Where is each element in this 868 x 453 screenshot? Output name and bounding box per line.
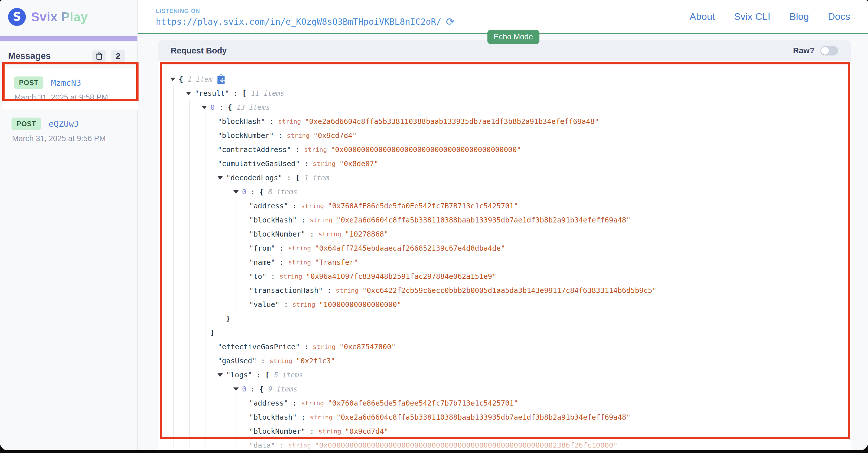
app-title: Svix Play [31,10,88,24]
svix-logo-icon: S [8,8,26,26]
json-leaf-row: "blockHash" : string "0xe2a6d6604c8ffa5b… [218,114,851,128]
main-area: LISTENING ON https://play.svix.com/in/e_… [138,0,868,450]
json-expandable-row[interactable]: "logs" : [5 items [218,368,851,382]
json-leaf-row: "cumulativeGasUsed" : string "0x8de07" [218,157,851,171]
nav-link-blog[interactable]: Blog [789,11,809,22]
svix-play-window: S Svix Play Messages 2 POSTMzmcN3March 3… [0,0,868,450]
json-leaf-row: "data" : string "0x000000000000000000000… [249,439,851,450]
raw-toggle-knob [821,47,829,55]
json-expandable-row[interactable]: {1 item [170,72,851,86]
message-list: POSTMzmcN3March 31, 2025 at 9:58 PMPOSTe… [0,68,137,151]
json-leaf-row: "blockHash" : string "0xe2a6d6604c8ffa5b… [249,213,851,227]
nav-link-about[interactable]: About [689,11,715,22]
collapse-triangle-icon[interactable] [234,190,239,194]
nav-link-svix-cli[interactable]: Svix CLI [734,11,771,22]
json-leaf-row: "to" : string "0x96a41097fc839448b2591fa… [249,269,851,283]
json-leaf-row: "blockNumber" : string "0x9cd7d4" [218,128,851,143]
messages-title: Messages [8,51,87,61]
json-leaf-row: "from" : string "0x64aff7245ebdaaecaf266… [249,241,851,255]
json-leaf-row: "effectiveGasPrice" : string "0xe8754700… [218,340,851,354]
raw-toggle-label: Raw? [793,46,814,55]
json-expandable-row[interactable]: 0 : {9 items [234,382,851,396]
request-body-panel: Request Body Raw? {1 item"result" : [11 … [158,40,851,450]
collapse-triangle-icon[interactable] [186,92,191,95]
svix-logo-letter: S [13,10,21,23]
method-badge: POST [14,77,43,89]
json-leaf-row: "transactionHash" : string "0xc6422f2cb5… [249,283,851,298]
app-logo[interactable]: S Svix Play [0,0,137,36]
raw-toggle[interactable] [820,46,838,56]
top-bar: LISTENING ON https://play.svix.com/in/e_… [138,0,868,34]
echo-mode-badge: Echo Mode [488,30,539,44]
listening-on-label: LISTENING ON [156,8,455,14]
sidebar-accent-bar [0,36,137,41]
sidebar: S Svix Play Messages 2 POSTMzmcN3March 3… [0,0,138,450]
json-leaf-row: "blockNumber" : string "0x9cd7d4" [249,424,851,439]
json-leaf-row: "value" : string "10000000000000000" [249,298,851,311]
collapse-triangle-icon[interactable] [234,388,239,391]
collapse-triangle-icon[interactable] [202,106,207,109]
message-id[interactable]: eQZUwJ [49,119,79,129]
nav-link-docs[interactable]: Docs [828,11,850,22]
refresh-icon[interactable]: ⟳ [446,17,455,27]
collapse-triangle-icon[interactable] [218,373,223,377]
message-date: March 31, 2025 at 9:58 PM [14,93,138,102]
collapse-triangle-icon[interactable] [218,176,223,180]
method-badge: POST [11,118,41,130]
message-count-badge: 2 [111,50,125,62]
message-date: March 31, 2025 at 9:56 PM [12,134,137,143]
json-closing-bracket: ] [210,326,851,340]
json-leaf-row: "address" : string "0x760AfE86e5de5fa0Ee… [249,199,851,213]
request-body-content: {1 item"result" : [11 items0 : {13 items… [158,61,851,450]
message-count: 2 [116,52,120,61]
top-nav: AboutSvix CLIBlogDocs [689,11,850,22]
json-tree: {1 item"result" : [11 items0 : {13 items… [158,61,851,450]
collapse-triangle-icon[interactable] [170,78,175,81]
trash-icon [95,52,103,60]
json-leaf-row: "name" : string "Transfer" [249,255,851,269]
json-expandable-row[interactable]: "result" : [11 items [186,86,851,100]
json-leaf-row: "gasUsed" : string "0x2f1c3" [218,354,851,368]
json-expandable-row[interactable]: "decodedLogs" : [1 item [218,171,851,185]
webhook-url[interactable]: https://play.svix.com/in/e_KOzgW8sQ3BmTH… [156,17,441,27]
json-leaf-row: "address" : string "0x760afe86e5de5fa0ee… [249,396,851,410]
clear-messages-button[interactable] [92,50,106,62]
json-leaf-row: "blockHash" : string "0xe2a6d6604c8ffa5b… [249,410,851,424]
copy-icon[interactable] [217,74,225,84]
message-list-item[interactable]: POSTMzmcN3March 31, 2025 at 9:58 PM [2,68,138,110]
messages-header: Messages 2 [0,41,137,62]
json-expandable-row[interactable]: 0 : {8 items [234,185,851,199]
listening-block: LISTENING ON https://play.svix.com/in/e_… [156,6,455,27]
json-closing-bracket: } [226,311,851,326]
json-expandable-row[interactable]: 0 : {13 items [202,100,851,114]
json-leaf-row: "contractAddress" : string "0x0000000000… [218,143,851,157]
request-body-title: Request Body [171,46,793,56]
json-leaf-row: "blockNumber" : string "10278868" [249,227,851,241]
copy-json-button[interactable] [217,74,225,84]
message-list-item[interactable]: POSTeQZUwJMarch 31, 2025 at 9:56 PM [0,110,137,151]
message-id[interactable]: MzmcN3 [51,78,81,88]
